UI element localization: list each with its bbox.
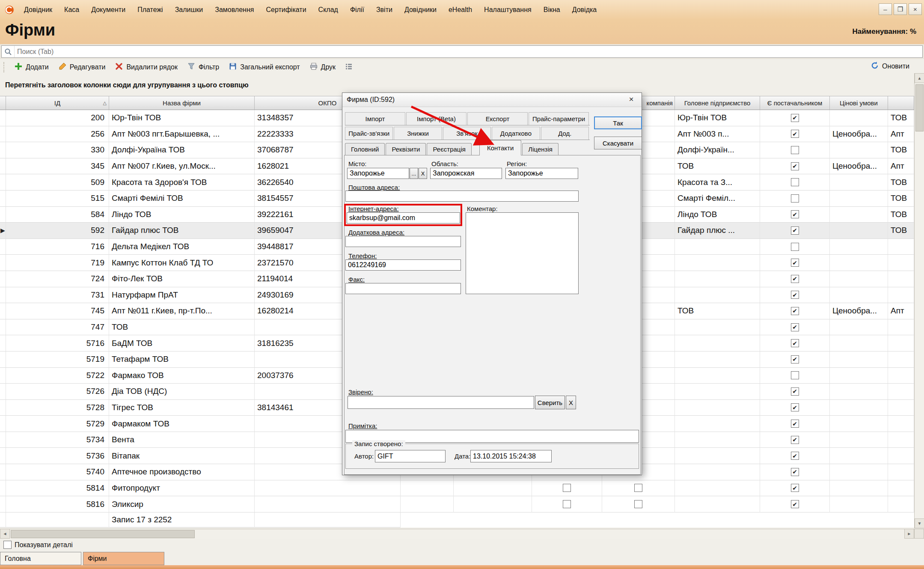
dialog-tab[interactable]: Реквізити xyxy=(386,143,426,155)
checkbox[interactable]: ✔ xyxy=(791,323,799,331)
col-header-gutter[interactable] xyxy=(0,96,6,110)
extra-address-input[interactable] xyxy=(345,236,461,247)
menu-item[interactable]: Вікна xyxy=(538,3,566,16)
delete-row-button[interactable]: Видалити рядок xyxy=(111,60,181,74)
vertical-scrollbar[interactable]: ▲ ▼ xyxy=(914,73,924,528)
show-details-toggle[interactable]: Показувати деталі xyxy=(3,541,73,549)
dialog-tab[interactable]: Знижки xyxy=(394,127,442,140)
menu-item[interactable]: Замовлення xyxy=(209,3,260,16)
checkbox[interactable]: ✔ xyxy=(791,387,799,396)
phone-input[interactable] xyxy=(345,259,461,271)
checkbox[interactable]: ✔ xyxy=(791,436,799,444)
dialog-tab[interactable]: Дод. xyxy=(541,127,589,140)
checkbox[interactable]: ✔ xyxy=(791,403,799,411)
verify-clear-button[interactable]: X xyxy=(566,396,576,409)
view-options-button[interactable] xyxy=(341,60,357,74)
minimize-button[interactable]: – xyxy=(879,3,892,15)
maximize-button[interactable]: ❐ xyxy=(894,3,907,15)
table-row[interactable]: 5816Эликсир✔ xyxy=(0,496,914,512)
menu-item[interactable]: Платежі xyxy=(131,3,169,16)
col-header-name[interactable]: Назва фірми xyxy=(109,96,255,110)
checkbox[interactable] xyxy=(791,371,799,379)
checkbox[interactable]: ✔ xyxy=(791,420,799,428)
edit-button[interactable]: Редагувати xyxy=(54,60,110,74)
checkbox[interactable]: ✔ xyxy=(791,500,799,508)
scroll-left-icon[interactable]: ◄ xyxy=(0,529,10,539)
checkbox[interactable] xyxy=(563,484,571,492)
menu-item[interactable]: Довідник xyxy=(18,3,58,16)
dialog-tab[interactable]: Контакти xyxy=(479,140,521,155)
menu-item[interactable]: Звіти xyxy=(370,3,398,16)
checkbox[interactable]: ✔ xyxy=(791,162,799,170)
checkbox[interactable]: ✔ xyxy=(791,452,799,460)
refresh-button[interactable]: Оновити xyxy=(871,61,909,71)
checkbox[interactable]: ✔ xyxy=(791,275,799,283)
print-button[interactable]: Друк xyxy=(306,60,340,74)
checkbox[interactable] xyxy=(634,484,642,492)
dialog-tab[interactable]: Реєстрація xyxy=(427,143,471,155)
checkbox[interactable]: ✔ xyxy=(791,339,799,347)
checkbox[interactable]: ✔ xyxy=(791,130,799,138)
dialog-tab[interactable]: Додатково xyxy=(492,127,540,140)
dialog-tab[interactable]: Головний xyxy=(345,143,385,155)
checkbox[interactable]: ✔ xyxy=(791,291,799,299)
checkbox[interactable]: ✔ xyxy=(791,259,799,267)
region-input[interactable] xyxy=(505,168,578,179)
dialog-tab[interactable]: Прайс-зв'язки xyxy=(345,127,393,140)
col-header-head-company[interactable]: Головне підприємство xyxy=(675,96,760,110)
export-button[interactable]: Загальний експорт xyxy=(225,60,303,74)
dialog-tab[interactable]: Імпорт (Beta) xyxy=(406,112,466,125)
menu-item[interactable]: Філії xyxy=(344,3,370,16)
menu-item[interactable]: Сертифікати xyxy=(260,3,312,16)
checkbox[interactable]: ✔ xyxy=(791,307,799,315)
checkbox[interactable] xyxy=(791,178,799,186)
menu-item[interactable]: Довідка xyxy=(566,3,603,16)
checkbox[interactable]: ✔ xyxy=(791,484,799,492)
date-input[interactable] xyxy=(470,450,552,462)
bottom-tab[interactable]: Фірми xyxy=(83,552,164,565)
horizontal-scrollbar[interactable]: ◄ ► xyxy=(0,529,914,539)
checkbox[interactable]: ✔ xyxy=(791,226,799,235)
add-button[interactable]: Додати xyxy=(10,60,53,74)
close-icon[interactable]: × xyxy=(626,95,636,104)
city-clear-button[interactable]: X xyxy=(419,168,427,179)
show-details-checkbox[interactable] xyxy=(3,541,12,549)
horizontal-scroll-thumb[interactable] xyxy=(11,530,195,538)
search-box[interactable] xyxy=(1,45,923,58)
vertical-scroll-thumb[interactable] xyxy=(915,84,924,131)
checkbox[interactable] xyxy=(634,500,642,508)
city-input[interactable] xyxy=(347,168,409,179)
city-browse-button[interactable]: ... xyxy=(410,168,418,179)
menu-item[interactable]: Документи xyxy=(85,3,131,16)
comment-textarea[interactable] xyxy=(466,212,579,294)
col-header-supplier[interactable]: Є постачальником xyxy=(760,96,830,110)
filter-button[interactable]: Фільтр xyxy=(183,60,223,74)
bottom-tab[interactable]: Головна xyxy=(0,552,81,565)
scroll-right-icon[interactable]: ► xyxy=(904,529,914,539)
checkbox[interactable]: ✔ xyxy=(791,355,799,363)
col-header-last[interactable] xyxy=(888,96,914,110)
cancel-button[interactable]: Скасувати xyxy=(594,137,642,149)
checkbox[interactable] xyxy=(791,243,799,251)
ok-button[interactable]: Так xyxy=(594,116,642,129)
close-window-button[interactable]: × xyxy=(909,3,922,15)
verify-button[interactable]: Сверить xyxy=(535,396,565,409)
dialog-tab[interactable]: Імпорт xyxy=(345,112,405,125)
menu-item[interactable]: eHealth xyxy=(443,3,478,16)
menu-item[interactable]: Довідники xyxy=(398,3,443,16)
menu-item[interactable]: Налаштування xyxy=(478,3,538,16)
scroll-down-icon[interactable]: ▼ xyxy=(915,518,924,528)
menu-item[interactable]: Каса xyxy=(58,3,85,16)
checkbox[interactable] xyxy=(563,500,571,508)
dialog-tab[interactable]: Ліцензія xyxy=(522,143,559,155)
table-row[interactable]: 5814Фитопродукт✔ xyxy=(0,480,914,497)
postal-address-input[interactable] xyxy=(345,191,579,202)
scroll-up-icon[interactable]: ▲ xyxy=(915,73,924,83)
menu-item[interactable]: Склад xyxy=(312,3,344,16)
checkbox[interactable]: ✔ xyxy=(791,210,799,218)
checkbox[interactable] xyxy=(791,194,799,203)
col-header-price-terms[interactable]: Цінові умови xyxy=(830,96,888,110)
dialog-titlebar[interactable]: Фирма (ID:592) × xyxy=(342,93,642,107)
checkbox[interactable] xyxy=(791,146,799,154)
col-header-id[interactable]: ІД △ xyxy=(6,96,109,110)
